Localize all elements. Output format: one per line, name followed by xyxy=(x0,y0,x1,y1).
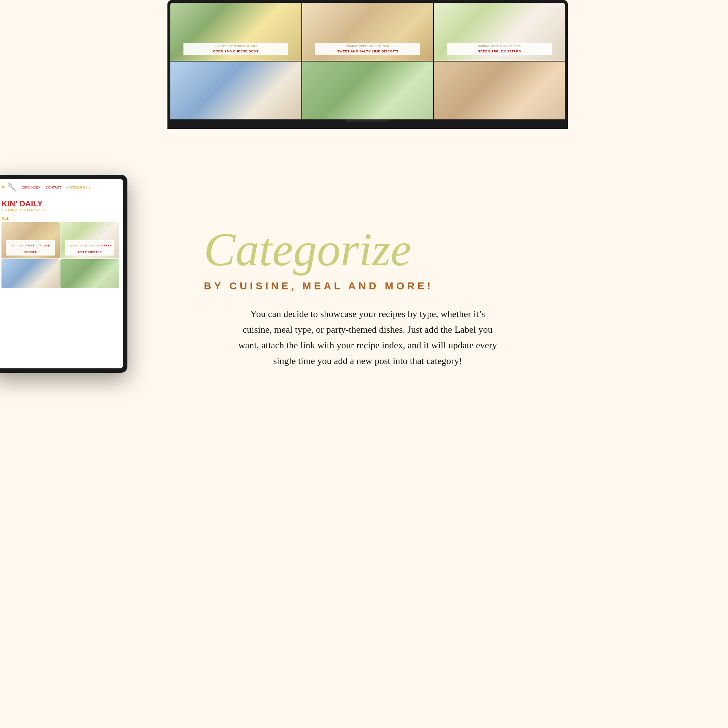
right-content-area: Categorize BY CUISINE, MEAL AND MORE! Yo… xyxy=(204,226,531,369)
tablet-date-biscotti: PT. 27, 2020 xyxy=(12,245,24,247)
tablet-logo: ⁍ 🥄 xyxy=(2,183,17,192)
laptop-cell-colorful xyxy=(170,61,301,119)
tablet-grid: PT. 27, 2020 AND SALTY LIME BISCOTTI Sun… xyxy=(0,222,123,258)
tablet-cell-biscotti: PT. 27, 2020 AND SALTY LIME BISCOTTI xyxy=(2,222,60,258)
laptop-cell-biscotti: Sunday, September 20, 2020 Sweet and Sal… xyxy=(302,3,433,61)
tablet-frame: ⁍ 🥄 CIPE INDEX CONTACT CATEGORIES ∨ KIN'… xyxy=(0,175,127,373)
laptop-mockup: Sunday, September 20, 2020 Corn and Chee… xyxy=(167,0,568,129)
tablet-date-apple: Sunday, September 20, 2020 xyxy=(67,245,100,247)
tablet-hero: KIN' DAILY ING FRESH AND EASY DAILY xyxy=(0,196,123,215)
tablet-cell-bottom-right xyxy=(60,259,119,288)
laptop-grid: Sunday, September 20, 2020 Corn and Chee… xyxy=(170,3,565,119)
food-title-apple: Green Apple Custard xyxy=(477,49,521,53)
tablet-label-biscotti: PT. 27, 2020 AND SALTY LIME BISCOTTI xyxy=(6,240,55,255)
tablet-title-biscotti: AND SALTY LIME BISCOTTI xyxy=(24,244,49,254)
laptop-cell-warm xyxy=(434,61,565,119)
tablet-mockup: ⁍ 🥄 CIPE INDEX CONTACT CATEGORIES ∨ KIN'… xyxy=(0,175,127,373)
nav-categories[interactable]: CATEGORIES ∨ xyxy=(66,186,91,189)
food-title-biscotti: Sweet and Salty Lime Biscotti xyxy=(337,49,398,53)
food-label-apple: Sunday, September 20, 2020 Green Apple C… xyxy=(447,43,552,55)
laptop-screen: Sunday, September 20, 2020 Corn and Chee… xyxy=(167,0,568,129)
tablet-filter-all[interactable]: ALL xyxy=(0,215,123,222)
by-cuisine-subtitle: BY CUISINE, MEAL AND MORE! xyxy=(204,280,531,292)
laptop-screen-inner: Sunday, September 20, 2020 Corn and Chee… xyxy=(170,3,565,119)
nav-recipe-index[interactable]: CIPE INDEX xyxy=(22,186,40,189)
tablet-label-apple: Sunday, September 20, 2020 GREEN APPLE C… xyxy=(65,240,114,255)
tablet-cell-apple: Sunday, September 20, 2020 GREEN APPLE C… xyxy=(60,222,119,258)
tablet-screen: ⁍ 🥄 CIPE INDEX CONTACT CATEGORIES ∨ KIN'… xyxy=(0,179,123,369)
food-date-apple: Sunday, September 20, 2020 xyxy=(450,45,549,47)
laptop-cell-green xyxy=(302,61,433,119)
fork-icon: ⁍ xyxy=(2,183,5,192)
laptop-cell-apple: Sunday, September 20, 2020 Green Apple C… xyxy=(434,3,565,61)
tablet-nav: ⁍ 🥄 CIPE INDEX CONTACT CATEGORIES ∨ xyxy=(0,179,123,196)
laptop-base xyxy=(170,119,565,126)
spoon-icon: 🥄 xyxy=(7,183,17,192)
laptop-cell-soup: Sunday, September 20, 2020 Corn and Chee… xyxy=(170,3,301,61)
tablet-bottom-grid xyxy=(0,258,123,288)
food-date-soup: Sunday, September 20, 2020 xyxy=(187,45,285,47)
categorize-title: Categorize xyxy=(204,226,531,273)
tablet-nav-links: CIPE INDEX CONTACT CATEGORIES ∨ xyxy=(22,186,91,189)
food-date-biscotti: Sunday, September 20, 2020 xyxy=(318,45,417,47)
food-title-soup: Corn and Cheese Soup xyxy=(213,49,259,53)
nav-contact[interactable]: CONTACT xyxy=(46,186,61,189)
description-text: You can decide to showcase your recipes … xyxy=(237,306,499,369)
food-label-soup: Sunday, September 20, 2020 Corn and Chee… xyxy=(184,43,288,55)
tablet-cell-bottom-left xyxy=(2,259,60,288)
food-label-biscotti: Sunday, September 20, 2020 Sweet and Sal… xyxy=(315,43,420,55)
tablet-blog-title: KIN' DAILY xyxy=(2,200,119,208)
tablet-blog-subtitle: ING FRESH AND EASY DAILY xyxy=(2,209,119,211)
